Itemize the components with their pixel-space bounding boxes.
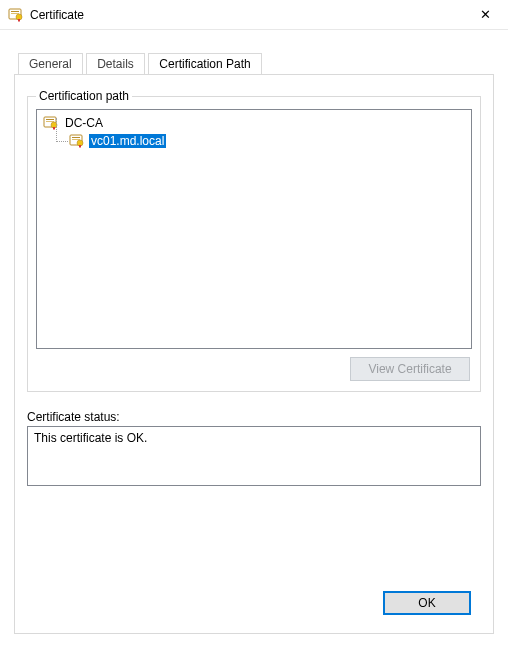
certificate-status-label: Certificate status: (27, 410, 481, 424)
cert-path-tree[interactable]: DC-CA vc01.md.lo (36, 109, 472, 349)
tree-root-label: DC-CA (63, 116, 105, 130)
window-title: Certificate (30, 8, 462, 22)
svg-rect-6 (46, 121, 54, 122)
tree-child-row[interactable]: vc01.md.local (53, 132, 465, 150)
certificate-icon (8, 7, 24, 23)
close-button[interactable]: ✕ (462, 0, 508, 30)
dialog-footer: OK (383, 591, 471, 615)
tree-line-horizontal (56, 141, 68, 142)
svg-rect-5 (46, 119, 54, 120)
tab-certification-path[interactable]: Certification Path (148, 53, 261, 74)
ok-button[interactable]: OK (383, 591, 471, 615)
close-icon: ✕ (480, 8, 491, 21)
tab-general[interactable]: General (18, 53, 83, 74)
tree-child-label: vc01.md.local (89, 134, 166, 148)
certificate-icon (69, 133, 85, 149)
certification-path-group: Certification path DC-CA (27, 96, 481, 392)
certificate-status-box: This certificate is OK. (27, 426, 481, 486)
tree-root-row[interactable]: DC-CA (43, 114, 465, 132)
svg-rect-9 (72, 137, 80, 138)
certificate-status-text: This certificate is OK. (34, 431, 147, 445)
tab-strip: General Details Certification Path (18, 52, 494, 74)
svg-rect-2 (11, 13, 19, 14)
tab-panel: Certification path DC-CA (14, 74, 494, 634)
view-cert-row: View Certificate (36, 349, 472, 383)
view-certificate-button: View Certificate (350, 357, 470, 381)
tab-details[interactable]: Details (86, 53, 145, 74)
titlebar: Certificate ✕ (0, 0, 508, 30)
group-label: Certification path (36, 89, 132, 103)
svg-rect-1 (11, 11, 19, 12)
tree-line-vertical (56, 118, 57, 142)
client-area: General Details Certification Path Certi… (0, 30, 508, 646)
svg-rect-10 (72, 139, 80, 140)
